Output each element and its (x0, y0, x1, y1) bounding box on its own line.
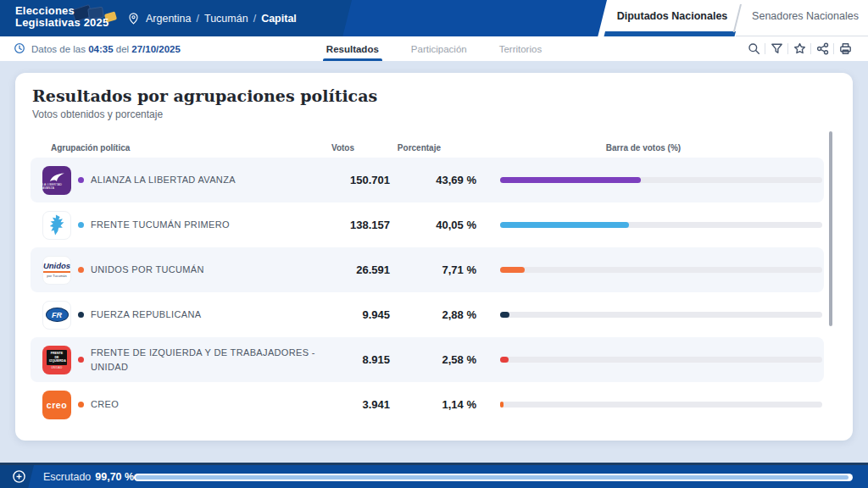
tab-territorios[interactable]: Territorios (499, 36, 542, 61)
share-button[interactable] (811, 41, 833, 58)
party-votes: 9.945 (349, 308, 390, 321)
tab-hairline (736, 36, 868, 36)
party-name: FRENTE TUCUMÁN PRIMERO (91, 218, 230, 232)
breadcrumb-separator: / (253, 13, 256, 25)
breadcrumb: Argentina / Tucumán / Capital (127, 0, 297, 36)
table-row[interactable]: creo CREO 3.941 1,14 % (31, 382, 824, 427)
star-icon (793, 42, 806, 55)
search-button[interactable] (743, 41, 765, 58)
table-row[interactable]: Unidospor Tucumán UNIDOS POR TUCUMÁN 26.… (31, 247, 824, 292)
timestamp-date: 27/10/2025 (131, 44, 181, 54)
vote-bar-track (500, 177, 822, 183)
clock-icon (14, 42, 25, 56)
party-percentage: 2,88 % (390, 308, 476, 321)
column-barra: Barra de votos (%) (465, 143, 822, 152)
vote-bar-fill (500, 177, 641, 183)
action-icons (743, 36, 856, 61)
vote-bar-track (500, 222, 822, 228)
escrutado-value: 99,70 % (95, 471, 134, 483)
location-pin-icon (127, 12, 140, 25)
table-row[interactable]: LA LIBERTAD AVANZA ALIANZA LA LIBERTAD A… (31, 158, 824, 202)
party-color-dot (78, 177, 84, 183)
tab-resultados[interactable]: Resultados (326, 36, 379, 61)
tab-senadores-nacionales[interactable]: Senadores Nacionales (746, 0, 865, 31)
party-percentage: 7,71 % (390, 263, 476, 276)
active-tab-underline (604, 31, 736, 36)
search-icon (748, 42, 760, 55)
party-percentage: 40,05 % (390, 219, 476, 231)
vote-bar-fill (500, 267, 525, 273)
sub-header: Datos de las 04:35 del 27/10/2025 Result… (0, 36, 868, 61)
vote-bar-fill (500, 357, 509, 363)
party-logo: FRENTE DE IZQUIERDAUNIDAD (42, 346, 71, 374)
app-logo: Elecciones Legislativas 2025 (15, 5, 108, 29)
election-results-app: Elecciones Legislativas 2025 Argentina /… (0, 0, 868, 488)
escrutado-label: Escrutado 99,70 % (43, 465, 134, 488)
party-logo: creo (42, 391, 71, 419)
party-color-dot (78, 357, 84, 363)
party-logo: Unidospor Tucumán (42, 256, 71, 285)
party-votes: 8.915 (349, 353, 390, 366)
results-card: Resultados por agrupaciones políticas Vo… (15, 73, 853, 441)
party-percentage: 43,69 % (390, 174, 476, 186)
escrutado-text: Escrutado (43, 471, 91, 483)
logo-line1: Elecciones (15, 5, 108, 17)
vote-bar-track (500, 357, 822, 363)
escrutado-progress-fill (136, 475, 849, 480)
party-logo: FR (42, 301, 71, 330)
top-bar: Elecciones Legislativas 2025 Argentina /… (0, 0, 868, 36)
favorite-button[interactable] (788, 41, 810, 58)
timestamp-mid: del (116, 44, 129, 54)
table-row[interactable]: FRENTE TUCUMÁN PRIMERO 138.157 40,05 % (31, 202, 824, 247)
logo-line2: Legislativas 2025 (15, 17, 108, 29)
party-votes: 138.157 (349, 219, 390, 231)
breadcrumb-country[interactable]: Argentina (146, 13, 192, 25)
party-rows: LA LIBERTAD AVANZA ALIANZA LA LIBERTAD A… (31, 158, 824, 427)
table-row[interactable]: FR FUERZA REPUBLICANA 9.945 2,88 % (31, 292, 824, 337)
party-name: CREO (91, 397, 119, 412)
vote-bar-fill (500, 312, 509, 318)
province-map-icon (46, 213, 69, 237)
tab-diputados-nacionales[interactable]: Diputados Nacionales (609, 0, 736, 31)
breadcrumb-separator: / (197, 13, 199, 25)
party-name: UNIDOS POR TUCUMÁN (91, 263, 204, 277)
party-color-dot (78, 402, 84, 408)
party-name: FRENTE DE IZQUIERDA Y DE TRABAJADORES - … (91, 346, 321, 374)
breadcrumb-section[interactable]: Capital (261, 13, 297, 25)
filter-icon (771, 42, 783, 55)
party-votes: 26.591 (349, 263, 390, 276)
party-color-dot (78, 267, 84, 273)
scrollbar[interactable] (829, 131, 832, 326)
plus-circle-icon (12, 469, 26, 484)
vote-bar-fill (500, 222, 629, 228)
filter-button[interactable] (765, 41, 787, 58)
card-title: Resultados por agrupaciones políticas (32, 86, 377, 105)
column-votos: Votos (307, 143, 354, 152)
party-color-dot (78, 312, 84, 318)
column-porcentaje: Porcentaje (354, 143, 441, 152)
card-subtitle: Votos obtenidos y porcentaje (32, 108, 163, 120)
party-color-dot (78, 222, 84, 228)
share-icon (816, 42, 829, 55)
party-logo (42, 211, 71, 240)
expand-button[interactable] (12, 469, 26, 484)
print-button[interactable] (834, 41, 856, 58)
timestamp-prefix: Datos de las (31, 44, 86, 54)
vote-bar-track (500, 312, 822, 318)
party-votes: 150.701 (349, 174, 390, 186)
vote-bar-fill (500, 402, 504, 408)
print-icon (839, 42, 852, 55)
party-percentage: 1,14 % (390, 398, 476, 411)
table-row[interactable]: FRENTE DE IZQUIERDAUNIDAD FRENTE DE IZQU… (31, 337, 824, 382)
escrutado-progress-track (134, 474, 853, 481)
breadcrumb-province[interactable]: Tucumán (204, 13, 248, 25)
table-header: Agrupación política Votos Porcentaje Bar… (31, 140, 824, 155)
bird-icon (47, 170, 67, 183)
party-name: FUERZA REPUBLICANA (91, 308, 201, 322)
party-percentage: 2,58 % (390, 353, 476, 366)
column-agrupacion: Agrupación política (42, 143, 307, 152)
timestamp-time: 04:35 (88, 44, 113, 54)
party-name: ALIANZA LA LIBERTAD AVANZA (91, 173, 236, 187)
footer-bar: Escrutado 99,70 % (0, 463, 868, 488)
tab-participacion[interactable]: Participación (411, 36, 467, 61)
